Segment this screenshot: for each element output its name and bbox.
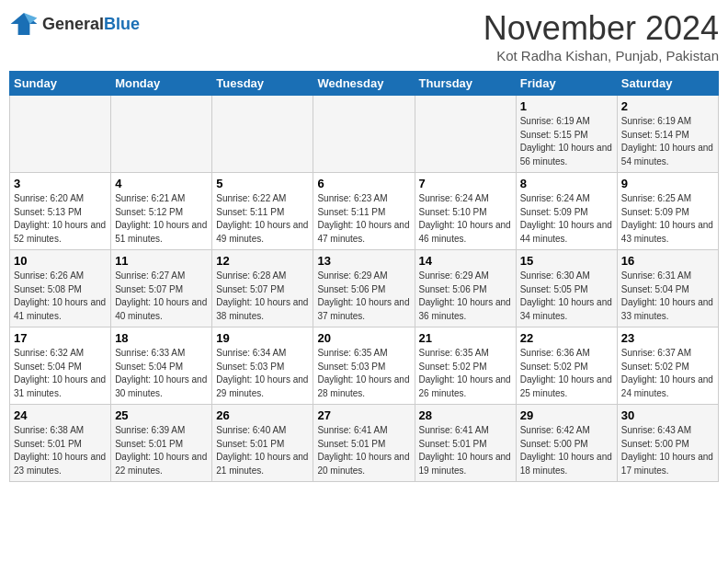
- day-number: 24: [14, 408, 107, 422]
- day-cell: 29Sunrise: 6:42 AM Sunset: 5:00 PM Dayli…: [516, 405, 617, 482]
- day-number: 19: [216, 331, 309, 345]
- weekday-header-monday: Monday: [111, 72, 212, 96]
- calendar-table: SundayMondayTuesdayWednesdayThursdayFrid…: [9, 71, 719, 482]
- day-cell: 11Sunrise: 6:27 AM Sunset: 5:07 PM Dayli…: [111, 250, 212, 327]
- day-cell: 21Sunrise: 6:35 AM Sunset: 5:02 PM Dayli…: [415, 327, 516, 405]
- day-cell: 1Sunrise: 6:19 AM Sunset: 5:15 PM Daylig…: [516, 96, 617, 173]
- day-cell: 2Sunrise: 6:19 AM Sunset: 5:14 PM Daylig…: [617, 96, 718, 173]
- day-number: 13: [317, 254, 410, 268]
- day-info: Sunrise: 6:27 AM Sunset: 5:07 PM Dayligh…: [115, 270, 208, 323]
- weekday-header-friday: Friday: [516, 72, 617, 96]
- weekday-row: SundayMondayTuesdayWednesdayThursdayFrid…: [10, 72, 719, 96]
- day-cell: 6Sunrise: 6:23 AM Sunset: 5:11 PM Daylig…: [313, 173, 415, 250]
- day-cell: 16Sunrise: 6:31 AM Sunset: 5:04 PM Dayli…: [617, 250, 718, 327]
- day-info: Sunrise: 6:28 AM Sunset: 5:07 PM Dayligh…: [216, 270, 309, 323]
- week-row-4: 17Sunrise: 6:32 AM Sunset: 5:04 PM Dayli…: [10, 327, 719, 405]
- day-cell: 9Sunrise: 6:25 AM Sunset: 5:09 PM Daylig…: [617, 173, 718, 250]
- day-number: 3: [14, 177, 107, 190]
- day-info: Sunrise: 6:39 AM Sunset: 5:01 PM Dayligh…: [115, 424, 208, 477]
- calendar-title: November 2024: [483, 9, 719, 48]
- day-number: 30: [621, 408, 714, 422]
- logo-general: General: [42, 15, 104, 33]
- day-number: 16: [621, 254, 714, 268]
- calendar-subtitle: Kot Radha Kishan, Punjab, Pakistan: [483, 48, 719, 63]
- day-cell: 19Sunrise: 6:34 AM Sunset: 5:03 PM Dayli…: [212, 327, 313, 405]
- day-info: Sunrise: 6:41 AM Sunset: 5:01 PM Dayligh…: [419, 424, 512, 477]
- day-info: Sunrise: 6:36 AM Sunset: 5:02 PM Dayligh…: [520, 347, 613, 400]
- day-info: Sunrise: 6:22 AM Sunset: 5:11 PM Dayligh…: [216, 192, 309, 246]
- day-info: Sunrise: 6:29 AM Sunset: 5:06 PM Dayligh…: [419, 270, 512, 323]
- day-number: 11: [115, 254, 208, 268]
- day-info: Sunrise: 6:40 AM Sunset: 5:01 PM Dayligh…: [216, 424, 309, 477]
- week-row-2: 3Sunrise: 6:20 AM Sunset: 5:13 PM Daylig…: [10, 173, 719, 250]
- day-number: 14: [419, 254, 512, 268]
- day-number: 1: [520, 99, 613, 113]
- day-info: Sunrise: 6:20 AM Sunset: 5:13 PM Dayligh…: [14, 192, 107, 246]
- day-number: 17: [14, 331, 107, 345]
- day-number: 10: [14, 254, 107, 268]
- day-number: 27: [317, 408, 410, 422]
- logo: GeneralBlue: [9, 9, 140, 39]
- day-number: 6: [317, 177, 410, 190]
- day-cell: 5Sunrise: 6:22 AM Sunset: 5:11 PM Daylig…: [212, 173, 313, 250]
- day-number: 22: [520, 331, 613, 345]
- logo-text: GeneralBlue: [42, 15, 140, 34]
- day-cell: 15Sunrise: 6:30 AM Sunset: 5:05 PM Dayli…: [516, 250, 617, 327]
- day-info: Sunrise: 6:19 AM Sunset: 5:14 PM Dayligh…: [621, 115, 714, 168]
- day-cell: [415, 96, 516, 173]
- weekday-header-sunday: Sunday: [10, 72, 111, 96]
- day-cell: 12Sunrise: 6:28 AM Sunset: 5:07 PM Dayli…: [212, 250, 313, 327]
- page-header: GeneralBlue November 2024 Kot Radha Kish…: [9, 9, 719, 63]
- weekday-header-thursday: Thursday: [415, 72, 516, 96]
- day-cell: [10, 96, 111, 173]
- day-number: 26: [216, 408, 309, 422]
- day-number: 8: [520, 177, 613, 190]
- day-cell: 27Sunrise: 6:41 AM Sunset: 5:01 PM Dayli…: [313, 405, 415, 482]
- day-cell: 3Sunrise: 6:20 AM Sunset: 5:13 PM Daylig…: [10, 173, 111, 250]
- day-info: Sunrise: 6:35 AM Sunset: 5:02 PM Dayligh…: [419, 347, 512, 400]
- day-number: 18: [115, 331, 208, 345]
- day-cell: [111, 96, 212, 173]
- day-cell: 14Sunrise: 6:29 AM Sunset: 5:06 PM Dayli…: [415, 250, 516, 327]
- week-row-3: 10Sunrise: 6:26 AM Sunset: 5:08 PM Dayli…: [10, 250, 719, 327]
- day-info: Sunrise: 6:34 AM Sunset: 5:03 PM Dayligh…: [216, 347, 309, 400]
- day-cell: [313, 96, 415, 173]
- day-number: 21: [419, 331, 512, 345]
- day-cell: 24Sunrise: 6:38 AM Sunset: 5:01 PM Dayli…: [10, 405, 111, 482]
- day-cell: 17Sunrise: 6:32 AM Sunset: 5:04 PM Dayli…: [10, 327, 111, 405]
- day-cell: 28Sunrise: 6:41 AM Sunset: 5:01 PM Dayli…: [415, 405, 516, 482]
- day-info: Sunrise: 6:43 AM Sunset: 5:00 PM Dayligh…: [621, 424, 714, 477]
- day-number: 12: [216, 254, 309, 268]
- day-cell: 20Sunrise: 6:35 AM Sunset: 5:03 PM Dayli…: [313, 327, 415, 405]
- day-cell: 23Sunrise: 6:37 AM Sunset: 5:02 PM Dayli…: [617, 327, 718, 405]
- day-info: Sunrise: 6:25 AM Sunset: 5:09 PM Dayligh…: [621, 192, 714, 246]
- day-cell: 7Sunrise: 6:24 AM Sunset: 5:10 PM Daylig…: [415, 173, 516, 250]
- day-number: 4: [115, 177, 208, 190]
- day-info: Sunrise: 6:23 AM Sunset: 5:11 PM Dayligh…: [317, 192, 410, 246]
- week-row-5: 24Sunrise: 6:38 AM Sunset: 5:01 PM Dayli…: [10, 405, 719, 482]
- day-cell: 25Sunrise: 6:39 AM Sunset: 5:01 PM Dayli…: [111, 405, 212, 482]
- svg-marker-0: [11, 13, 38, 35]
- day-info: Sunrise: 6:24 AM Sunset: 5:09 PM Dayligh…: [520, 192, 613, 246]
- day-cell: 18Sunrise: 6:33 AM Sunset: 5:04 PM Dayli…: [111, 327, 212, 405]
- day-info: Sunrise: 6:19 AM Sunset: 5:15 PM Dayligh…: [520, 115, 613, 168]
- day-info: Sunrise: 6:38 AM Sunset: 5:01 PM Dayligh…: [14, 424, 107, 477]
- day-number: 28: [419, 408, 512, 422]
- day-info: Sunrise: 6:21 AM Sunset: 5:12 PM Dayligh…: [115, 192, 208, 246]
- day-cell: 4Sunrise: 6:21 AM Sunset: 5:12 PM Daylig…: [111, 173, 212, 250]
- day-info: Sunrise: 6:31 AM Sunset: 5:04 PM Dayligh…: [621, 270, 714, 323]
- day-number: 15: [520, 254, 613, 268]
- day-number: 2: [621, 99, 714, 113]
- day-cell: 8Sunrise: 6:24 AM Sunset: 5:09 PM Daylig…: [516, 173, 617, 250]
- logo-icon: [9, 9, 39, 39]
- day-number: 23: [621, 331, 714, 345]
- day-info: Sunrise: 6:26 AM Sunset: 5:08 PM Dayligh…: [14, 270, 107, 323]
- day-number: 29: [520, 408, 613, 422]
- calendar-header: SundayMondayTuesdayWednesdayThursdayFrid…: [10, 72, 719, 96]
- day-number: 5: [216, 177, 309, 190]
- day-info: Sunrise: 6:35 AM Sunset: 5:03 PM Dayligh…: [317, 347, 410, 400]
- day-info: Sunrise: 6:33 AM Sunset: 5:04 PM Dayligh…: [115, 347, 208, 400]
- weekday-header-saturday: Saturday: [617, 72, 718, 96]
- day-number: 20: [317, 331, 410, 345]
- day-number: 25: [115, 408, 208, 422]
